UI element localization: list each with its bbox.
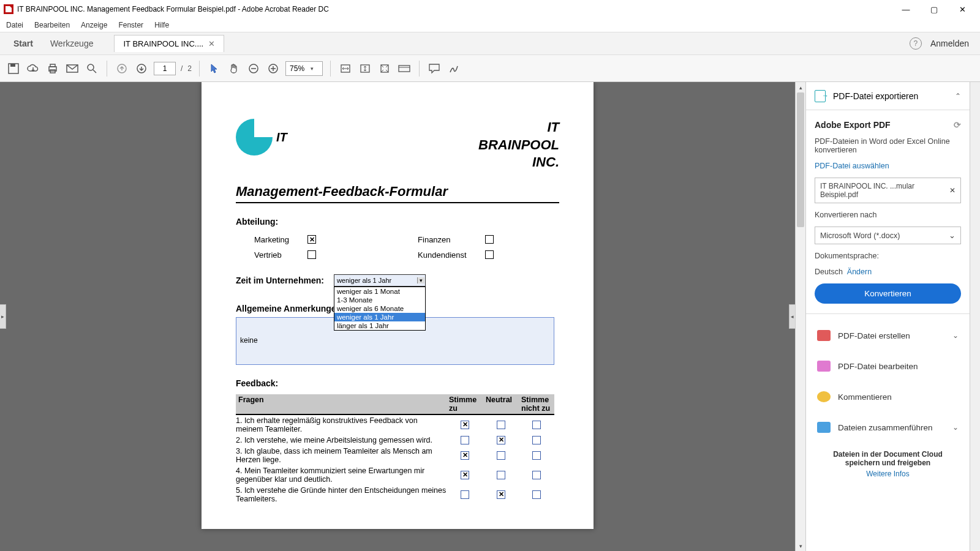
toolbar: / 2 75% bbox=[0, 55, 980, 82]
feedback-checkbox[interactable] bbox=[532, 421, 541, 429]
clear-file-icon[interactable]: ✕ bbox=[949, 186, 956, 195]
time-option-selected[interactable]: weniger als 1 Jahr bbox=[334, 313, 425, 321]
page-up-icon[interactable] bbox=[115, 61, 129, 76]
feedback-checkbox[interactable]: ✕ bbox=[461, 471, 469, 479]
time-dropdown[interactable]: weniger als 1 Jahr bbox=[334, 274, 426, 287]
search-icon[interactable] bbox=[85, 61, 99, 76]
create-pdf-item[interactable]: PDF-Datei erstellen ⌄ bbox=[815, 324, 961, 347]
sign-in-link[interactable]: Anmelden bbox=[930, 39, 969, 48]
feedback-table: Fragen Stimme zu Neutral Stimme nicht zu… bbox=[236, 394, 554, 504]
feedback-checkbox[interactable] bbox=[497, 421, 505, 429]
time-option[interactable]: weniger als 1 Monat bbox=[334, 287, 425, 296]
close-tab-icon[interactable]: ✕ bbox=[208, 39, 215, 48]
fit-width-icon[interactable] bbox=[338, 61, 353, 76]
print-icon[interactable] bbox=[45, 61, 60, 76]
feedback-checkbox[interactable] bbox=[497, 451, 505, 460]
tab-start[interactable]: Start bbox=[5, 34, 42, 53]
feedback-checkbox[interactable]: ✕ bbox=[461, 421, 469, 429]
menu-datei[interactable]: Datei bbox=[6, 21, 23, 29]
company-name: IT BRAINPOOL INC. bbox=[478, 119, 559, 171]
document-tab-label: IT BRAINPOOL INC.... bbox=[123, 39, 203, 48]
document-viewport[interactable]: ▸ ◂ IT IT BRAINPOOL INC. Management-Feed… bbox=[0, 82, 795, 551]
dept-finanzen-checkbox[interactable] bbox=[485, 235, 494, 244]
logo-text: IT bbox=[276, 130, 287, 144]
fit-height-icon[interactable] bbox=[358, 61, 372, 76]
refresh-icon[interactable]: ⟳ bbox=[954, 120, 961, 130]
chevron-down-icon: ⌄ bbox=[949, 231, 956, 240]
menu-bearbeiten[interactable]: Bearbeiten bbox=[34, 21, 70, 29]
select-tool-icon[interactable] bbox=[207, 61, 222, 76]
dept-kundendienst-label: Kundendienst bbox=[418, 250, 467, 260]
feedback-checkbox[interactable] bbox=[461, 436, 469, 444]
feedback-checkbox[interactable]: ✕ bbox=[497, 490, 505, 499]
question-text: 1. Ich erhalte regelmäßig konstruktives … bbox=[236, 416, 447, 433]
merge-files-item[interactable]: Dateien zusammenführen ⌄ bbox=[815, 416, 961, 439]
right-panel-collapse[interactable]: ◂ bbox=[789, 304, 795, 329]
scroll-thumb[interactable] bbox=[797, 92, 804, 227]
edit-pdf-item[interactable]: PDF-Datei bearbeiten bbox=[815, 354, 961, 378]
save-icon[interactable] bbox=[6, 61, 21, 76]
more-info-link[interactable]: Weitere Infos bbox=[821, 470, 955, 478]
selected-file-box[interactable]: IT BRAINPOOL INC. ...mular Beispiel.pdf … bbox=[815, 178, 961, 203]
comment-item[interactable]: Kommentieren bbox=[815, 385, 961, 408]
document-tab[interactable]: IT BRAINPOOL INC.... ✕ bbox=[114, 35, 224, 52]
select-pdf-link[interactable]: PDF-Datei auswählen bbox=[815, 162, 961, 170]
close-button[interactable]: ✕ bbox=[948, 0, 976, 18]
comment-icon[interactable] bbox=[427, 61, 442, 76]
time-option[interactable]: länger als 1 Jahr bbox=[334, 321, 425, 330]
sign-icon[interactable] bbox=[447, 61, 461, 76]
fit-page-icon[interactable] bbox=[377, 61, 392, 76]
pie-chart-icon bbox=[236, 119, 273, 156]
table-row: 1. Ich erhalte regelmäßig konstruktives … bbox=[236, 415, 554, 435]
edit-pdf-icon bbox=[817, 361, 831, 372]
feedback-checkbox[interactable] bbox=[532, 436, 541, 444]
feedback-checkbox[interactable] bbox=[497, 471, 505, 479]
remarks-value: keine bbox=[240, 336, 258, 345]
menu-fenster[interactable]: Fenster bbox=[118, 21, 143, 29]
hand-tool-icon[interactable] bbox=[227, 61, 241, 76]
help-icon[interactable]: ? bbox=[910, 37, 922, 50]
convert-to-label: Konvertieren nach bbox=[815, 211, 961, 219]
mail-icon[interactable] bbox=[65, 61, 80, 76]
menu-anzeige[interactable]: Anzeige bbox=[81, 21, 107, 29]
scroll-down-icon[interactable]: ▾ bbox=[796, 541, 805, 551]
convert-button[interactable]: Konvertieren bbox=[815, 283, 961, 304]
time-option[interactable]: 1-3 Monate bbox=[334, 296, 425, 304]
feedback-checkbox[interactable] bbox=[461, 490, 469, 499]
document-scrollbar[interactable]: ▴ ▾ bbox=[795, 82, 805, 551]
zoom-out-icon[interactable] bbox=[246, 61, 261, 76]
left-panel-expand[interactable]: ▸ bbox=[0, 304, 6, 329]
time-option[interactable]: weniger als 6 Monate bbox=[334, 304, 425, 313]
dept-marketing-label: Marketing bbox=[254, 235, 289, 244]
feedback-checkbox[interactable] bbox=[532, 490, 541, 499]
zoom-select[interactable]: 75% bbox=[285, 61, 323, 76]
dept-kundendienst-checkbox[interactable] bbox=[485, 250, 494, 259]
minimize-button[interactable]: — bbox=[892, 0, 920, 18]
cloud-store-text: Dateien in der Document Cloud speichern … bbox=[833, 450, 943, 467]
convert-format-select[interactable]: Microsoft Word (*.docx) ⌄ bbox=[815, 227, 961, 244]
maximize-button[interactable]: ▢ bbox=[920, 0, 948, 18]
feedback-checkbox[interactable]: ✕ bbox=[497, 436, 505, 444]
company-logo: IT bbox=[236, 119, 287, 156]
tab-bar: Start Werkzeuge IT BRAINPOOL INC.... ✕ ?… bbox=[0, 32, 980, 55]
page-down-icon[interactable] bbox=[134, 61, 149, 76]
zoom-in-icon[interactable] bbox=[266, 61, 281, 76]
feedback-checkbox[interactable]: ✕ bbox=[461, 451, 469, 460]
dept-marketing-checkbox[interactable]: ✕ bbox=[307, 235, 316, 244]
question-text: 4. Mein Teamleiter kommuniziert seine Er… bbox=[236, 467, 447, 484]
feedback-checkbox[interactable] bbox=[532, 451, 541, 460]
scroll-up-icon[interactable]: ▴ bbox=[796, 82, 805, 92]
feedback-checkbox[interactable] bbox=[532, 471, 541, 479]
export-pdf-header[interactable]: PDF-Datei exportieren ⌃ bbox=[806, 82, 970, 110]
dept-vertrieb-checkbox[interactable] bbox=[307, 250, 316, 259]
question-text: 3. Ich glaube, dass ich meinem Teamleite… bbox=[236, 447, 447, 464]
change-language-link[interactable]: Ändern bbox=[847, 268, 872, 276]
sidepanel-scrollbar[interactable] bbox=[970, 82, 980, 551]
read-mode-icon[interactable] bbox=[397, 61, 412, 76]
tab-tools[interactable]: Werkzeuge bbox=[42, 34, 102, 53]
page-number-input[interactable] bbox=[154, 62, 176, 75]
cloud-icon[interactable] bbox=[26, 61, 40, 76]
chevron-down-icon: ⌄ bbox=[952, 331, 959, 340]
page-total: 2 bbox=[187, 64, 192, 73]
menu-hilfe[interactable]: Hilfe bbox=[154, 21, 169, 29]
